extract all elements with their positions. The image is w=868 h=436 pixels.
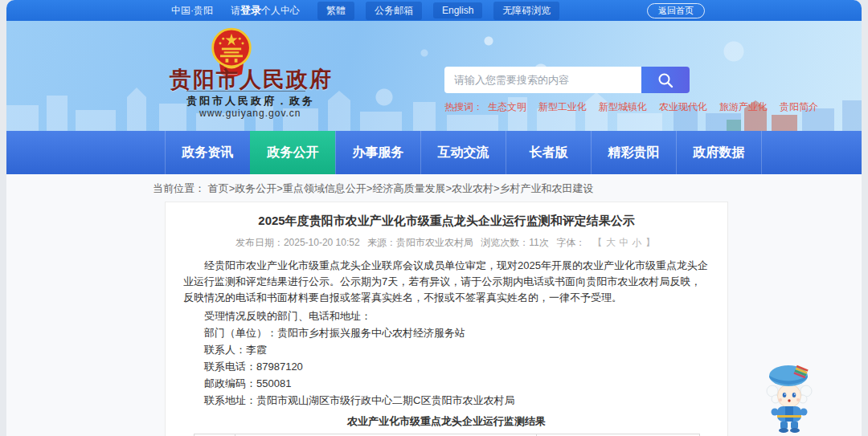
hot-word-link[interactable]: 新型工业化: [538, 100, 587, 114]
login-suffix: 个人中心: [261, 5, 300, 16]
header-banner: 贵阳市人民政府 贵阳市人民政府．政务 www.guiyang.gov.cn 热搜…: [6, 21, 862, 131]
hot-word-link[interactable]: 贵阳简介: [780, 100, 818, 114]
page-window: 中国·贵阳 请登录个人中心 繁體 公务邮箱 English 无障碍浏览 返回首页: [6, 0, 862, 436]
site-logo-title[interactable]: 贵阳市人民政府: [170, 65, 333, 94]
nav-tab-gov-disclosure[interactable]: 政务公开: [250, 131, 335, 174]
search-button[interactable]: [641, 67, 690, 93]
bracket: 】: [645, 237, 655, 248]
logo-divider: [186, 91, 305, 92]
article-meta: 发布日期：2025-10-20 10:52 来源：贵阳市农业农村局 浏览次数：1…: [166, 236, 727, 250]
hot-word-link[interactable]: 生态文明: [488, 100, 526, 114]
topbar-official-mail-link[interactable]: 公务邮箱: [366, 2, 422, 20]
paragraph: 受理情况反映的部门、电话和地址：: [183, 308, 710, 324]
contact-phone: 联系电话：87987120: [183, 359, 710, 375]
content-area: 当前位置： 首页>政务公开>重点领域信息公开>经济高质量发展>农业农村>乡村产业…: [6, 174, 862, 436]
font-size-large-button[interactable]: 大: [606, 237, 616, 248]
site-subtitle: 贵阳市人民政府．政务: [186, 94, 315, 108]
font-size-controls: 【大中小】: [590, 237, 657, 248]
hot-search-label: 热搜词：: [444, 100, 483, 114]
hot-word-link[interactable]: 新型城镇化: [599, 100, 647, 114]
bracket: 【: [592, 237, 602, 248]
nav-tab-wonderful-guiyang[interactable]: 精彩贵阳: [591, 131, 676, 174]
font-size-small-button[interactable]: 小: [632, 237, 641, 248]
search-box: [444, 67, 690, 93]
breadcrumb-label: 当前位置：: [153, 182, 205, 194]
site-url: www.guiyang.gov.cn: [199, 108, 301, 119]
view-count: 浏览次数：11次: [481, 237, 548, 248]
nav-tab-senior-version[interactable]: 长者版: [506, 131, 591, 174]
search-icon: [657, 72, 674, 88]
topbar-region-link[interactable]: 中国·贵阳: [171, 4, 213, 18]
contact-department: 部门（单位）：贵阳市乡村振兴服务中心农村经济服务站: [183, 325, 710, 341]
login-bold: 登录: [240, 4, 261, 16]
topbar-accessibility-link[interactable]: 无障碍浏览: [493, 2, 559, 20]
hot-word-link[interactable]: 旅游产业化: [719, 100, 768, 114]
font-size-label: 字体：: [556, 237, 585, 248]
mascot-assistant[interactable]: [762, 361, 817, 434]
breadcrumb: 当前位置： 首页>政务公开>重点领域信息公开>经济高质量发展>农业农村>乡村产业…: [153, 181, 594, 196]
topbar-utility: 中国·贵阳 请登录个人中心 繁體 公务邮箱 English 无障碍浏览 返回首页: [6, 0, 862, 21]
font-size-medium-button[interactable]: 中: [619, 237, 628, 248]
breadcrumb-path[interactable]: 首页>政务公开>重点领域信息公开>经济高质量发展>农业农村>乡村产业和农田建设: [208, 182, 594, 194]
topbar-english-link[interactable]: English: [433, 2, 482, 18]
nav-tab-news[interactable]: 政务资讯: [165, 131, 250, 174]
table-caption: 农业产业化市级重点龙头企业运行监测结果: [166, 414, 727, 429]
nav-tab-services[interactable]: 办事服务: [335, 131, 420, 174]
main-nav: 政务资讯 政务公开 办事服务 互动交流 长者版 精彩贵阳 政府数据: [6, 131, 862, 174]
article-source: 来源：贵阳市农业农村局: [367, 237, 473, 248]
postal-code: 邮政编码：550081: [183, 376, 710, 392]
return-home-button[interactable]: 返回首页: [647, 3, 705, 18]
article-body: 经贵阳市农业产业化市级重点龙头企业联席会议成员单位审定，现对2025年开展的农业…: [183, 258, 710, 409]
topbar-login-link[interactable]: 请登录个人中心: [231, 3, 300, 18]
search-input[interactable]: [444, 67, 641, 93]
contact-person: 联系人：李霞: [183, 342, 710, 358]
hot-search-row: 热搜词： 生态文明 新型工业化 新型城镇化 农业现代化 旅游产业化 贵阳简介: [444, 100, 830, 114]
publish-date: 发布日期：2025-10-20 10:52: [235, 237, 360, 248]
nav-tab-interaction[interactable]: 互动交流: [420, 131, 506, 174]
nav-tab-gov-data[interactable]: 政府数据: [676, 131, 762, 174]
topbar-traditional-chinese-link[interactable]: 繁體: [317, 2, 354, 20]
contact-address: 联系地址：贵阳市观山湖区市级行政中心二期C区贵阳市农业农村局: [183, 393, 710, 409]
article-card: 2025年度贵阳市农业产业化市级重点龙头企业运行监测和评定结果公示 发布日期：2…: [165, 202, 728, 436]
hot-word-link[interactable]: 农业现代化: [659, 100, 707, 114]
login-prefix: 请: [231, 5, 240, 16]
article-title: 2025年度贵阳市农业产业化市级重点龙头企业运行监测和评定结果公示: [166, 214, 727, 229]
paragraph: 经贵阳市农业产业化市级重点龙头企业联席会议成员单位审定，现对2025年开展的农业…: [183, 258, 710, 306]
